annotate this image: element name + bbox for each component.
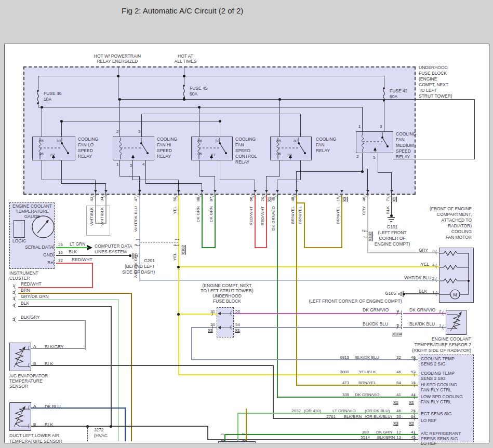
fuse-icon [381,87,387,102]
junction-dot [117,75,119,77]
motor-pin: 4 [432,263,434,267]
relay-pin: 1 [116,162,118,167]
circuit-function: COOLING TEMP [421,357,455,361]
wire-segment [42,160,42,180]
connector-pin: 32 [389,356,401,360]
relay-pin: 85 [197,152,202,156]
splice-label: J272 [94,428,103,432]
wire-segment [18,306,112,307]
wire-color-label: YEL/BLK [351,370,384,374]
connector-cup-icon: ( [230,311,232,316]
wire-segment [362,107,363,132]
relay-pin: 5 [373,156,375,160]
arrowhead-icon [265,190,268,193]
connector-pin: 12 [389,430,401,435]
splice-note: (HVAC [94,433,108,438]
wire-segment [56,255,131,256]
cluster-name: CLUSTER [9,276,30,281]
cooling-fan-motor-box: M [439,248,474,303]
wire-segment [246,409,247,441]
wire-segment [131,293,132,441]
wire-segment [474,99,475,159]
circuit-number: 335 [327,393,349,397]
wire-color-label: GRY [362,206,366,215]
wire-segment [119,160,120,177]
junction-dot [361,170,364,173]
wire-color-label: BLK/DK BLU [351,356,384,360]
relay-pin: 87 [211,153,216,157]
sensor-name: SENSOR [9,384,28,389]
fuse-icon [181,84,186,100]
circuit-function: SENS 2 SIG [421,362,445,366]
wire-segment [139,280,439,281]
connector-pin: 41 [405,430,416,435]
wire-segment [145,160,146,184]
circuit-number: 473 [327,381,349,385]
power-label: ALL TIMES [165,59,206,64]
wire-segment [105,195,106,224]
wire-color-label: BLK [21,301,29,306]
wire-segment [92,263,93,288]
arrowhead-icon [295,190,298,193]
wire-color-label: BLK [45,362,53,366]
power-label: HOT AT [165,54,206,59]
connector-id: X1 [392,197,396,202]
arrowhead-icon [254,190,257,193]
circuit-function: LO REF [421,418,437,423]
connector-pin: 31 [207,309,215,314]
relay-label: COOLING [157,137,177,142]
connector-cup-icon: ( [442,311,444,316]
junction-dot [278,98,281,101]
connector-cup-icon: ( [435,250,437,254]
relay-label: COOLING [235,137,256,142]
wire-segment [191,327,192,360]
wire-segment [296,195,297,386]
underhood-note: STRUT TOWER) [419,94,452,99]
logic-block [14,220,25,238]
junction-dot [219,120,221,123]
relay-pin: 87 [294,139,298,143]
wire-segment [234,313,401,314]
cluster-signal: GND [30,253,53,257]
relay-label: COOLING [316,137,336,142]
figure-title: Fig 2: Automatic A/C Circuit (2 of 2) [122,6,243,15]
gauge-title: TEMPERATURE [10,209,54,214]
left-pin: 2 [12,291,15,295]
circuit-function: SENS 2 SIG [421,376,445,381]
connector-cup-icon: ( [435,291,437,296]
wire-segment [300,160,301,180]
circuit-number: 6813 [327,356,349,360]
relay-label: SPEED [78,148,93,153]
motor-pin: 1 [432,290,434,294]
circuit-function: HI SPD COOLING [421,383,457,387]
gauge-title: ENGINE COOLANT [10,204,54,209]
fuse-icon [35,89,41,105]
uhfb-note: UNDERHOOD [185,294,269,298]
relay-pin: 1 [358,125,361,129]
ground-note: SIDE OF DASH) [103,270,155,275]
uhfb-note: FUSE BLOCK [185,299,269,304]
wire-color-label: RED/WHT [72,257,92,262]
wire-color-label: DK GRN/VIO [351,393,384,397]
connector-cup-icon: ( [435,264,437,268]
sensor-pin: A [33,345,36,349]
wire-segment [141,114,142,137]
exit-pin: 43 [89,197,94,201]
wire-segment [304,247,342,248]
cluster-pin: 32 [58,259,63,263]
relay-pin: 2 [356,155,358,159]
relay-pin: 86 [39,152,44,156]
wire-segment [202,247,216,248]
underhood-note: UNDERHOOD [419,65,448,70]
connector-cup-icon: ( [221,440,225,441]
relay-pin: 87 [50,153,55,157]
junction-dot [198,106,201,108]
relay-pin: 86 [197,139,202,143]
wire-segment [296,202,304,203]
wire-color-label: RED/WHT [249,206,254,225]
wire-color-label: WHT/DK BLU [134,206,138,232]
wire-color-label: BLK/DK BLU [363,322,388,327]
left-pin: 5 [12,318,15,322]
connector-cup-icon: ( [28,346,30,350]
wire-segment [255,180,255,195]
